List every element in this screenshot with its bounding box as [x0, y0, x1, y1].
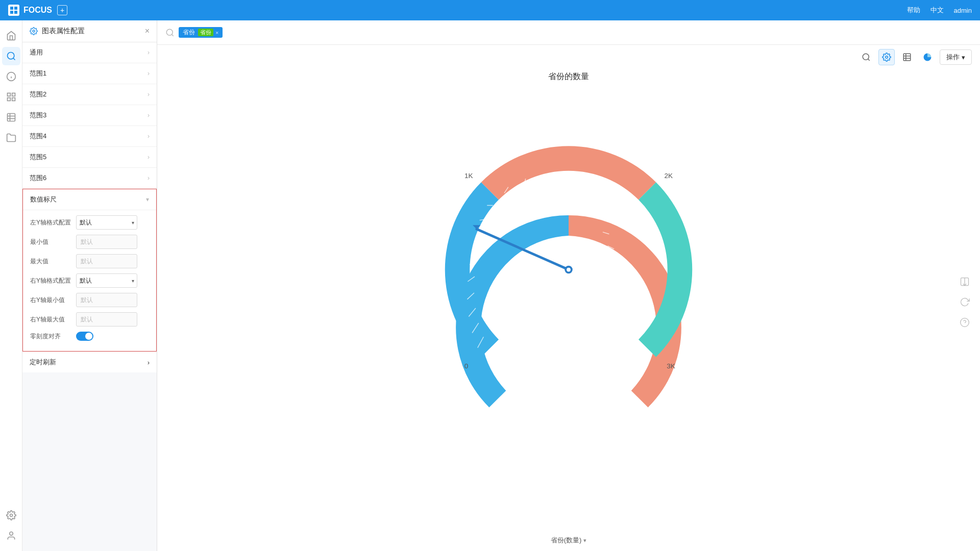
panel-header: 图表属性配置 × [22, 20, 157, 42]
language-switch[interactable]: 中文 [930, 6, 944, 15]
svg-point-30 [961, 318, 969, 327]
right-y-format-select[interactable]: 默认 数值 百分比 [76, 273, 137, 288]
action-button[interactable]: 操作 ▾ [940, 49, 972, 65]
svg-line-39 [474, 246, 480, 249]
chart-view-button[interactable] [919, 49, 936, 65]
left-y-format-select[interactable]: 默认 数值 百分比 [76, 215, 137, 230]
svg-line-54 [612, 293, 619, 299]
gauge-container: 0 1K 2K 3K [157, 72, 980, 532]
search-tag-text: 省份 [183, 28, 195, 37]
toggle-slider [76, 332, 93, 341]
zero-align-toggle[interactable] [76, 332, 93, 341]
right-y-max-input[interactable] [76, 312, 137, 327]
menu-item-range2[interactable]: 范围2 › [22, 84, 157, 105]
max-value-input[interactable] [76, 254, 137, 268]
table-view-button[interactable] [899, 49, 915, 65]
nav-folder[interactable] [2, 129, 20, 147]
chevron-icon: › [148, 49, 150, 56]
panel-settings-icon [30, 27, 38, 35]
svg-line-5 [13, 58, 15, 60]
svg-point-17 [10, 514, 12, 517]
filter-button[interactable] [858, 49, 874, 65]
gauge-label-1k: 1K [464, 172, 473, 180]
refresh-icon[interactable] [958, 295, 972, 309]
svg-line-51 [608, 246, 615, 249]
scheduled-analysis-item[interactable]: 定时刷新 › [22, 352, 157, 372]
nav-chart[interactable] [2, 88, 20, 106]
scheduled-analysis-label: 定时刷新 [30, 358, 56, 367]
svg-line-55 [610, 308, 617, 316]
right-y-format-row: 右Y轴格式配置 默认 数值 百分比 [30, 273, 149, 288]
svg-point-23 [886, 56, 888, 59]
help-link[interactable]: 帮助 [907, 6, 920, 15]
svg-rect-11 [12, 98, 15, 101]
data-scale-section: 数值标尺 ▾ 左Y轴格式配置 默认 数值 百分比 最小值 [22, 189, 157, 352]
min-value-input[interactable] [76, 235, 137, 249]
action-label: 操作 [946, 53, 960, 62]
nav-info[interactable] [2, 67, 20, 86]
data-scale-body: 左Y轴格式配置 默认 数值 百分比 最小值 最大值 [23, 210, 156, 351]
svg-rect-24 [903, 54, 911, 61]
chart-toolbar: 操作 ▾ [157, 45, 980, 69]
help-circle-icon[interactable] [958, 315, 972, 330]
search-tag-value: 省份 [198, 29, 213, 36]
topbar-right: 帮助 中文 admin [907, 6, 972, 15]
svg-line-53 [613, 277, 620, 282]
app-name: FOCUS [23, 6, 52, 15]
gauge-segment-blue [445, 182, 499, 357]
nav-user[interactable] [2, 527, 20, 545]
chevron-icon: › [148, 174, 150, 182]
chart-legend: 省份(数量) ▾ [157, 532, 980, 551]
menu-item-range1[interactable]: 范围1 › [22, 63, 157, 84]
panel-close-button[interactable]: × [145, 27, 150, 36]
svg-point-18 [9, 532, 13, 536]
svg-rect-10 [12, 93, 15, 96]
gauge-label-2k: 2K [664, 172, 673, 180]
svg-rect-3 [14, 11, 17, 14]
chart-area: 操作 ▾ 省份的数量 [157, 45, 980, 551]
action-chevron-icon: ▾ [962, 54, 965, 61]
search-tag-close[interactable]: × [215, 30, 218, 36]
legend-chevron-icon[interactable]: ▾ [583, 537, 586, 544]
logo-icon [8, 5, 19, 16]
menu-item-range5[interactable]: 范围5 › [22, 147, 157, 168]
gauge-label-3k: 3K [667, 362, 675, 370]
topbar: FOCUS + 帮助 中文 admin [0, 0, 980, 20]
zero-align-label: 零刻度对齐 [30, 332, 76, 341]
user-menu[interactable]: admin [954, 7, 972, 14]
settings-button[interactable] [878, 49, 895, 65]
gauge-needle-center-inner [567, 268, 571, 272]
menu-item-range4[interactable]: 范围4 › [22, 126, 157, 147]
svg-point-19 [33, 30, 35, 32]
nav-settings[interactable] [2, 506, 20, 524]
menu-item-range3[interactable]: 范围3 › [22, 105, 157, 126]
main-content: 省份 省份 × 操作 ▾ 省份的数量 [157, 20, 980, 551]
menu-item-general[interactable]: 通用 › [22, 42, 157, 63]
right-y-min-input[interactable] [76, 293, 137, 307]
chevron-icon: › [148, 154, 150, 161]
right-y-max-label: 右Y轴最大值 [30, 315, 76, 324]
property-panel: 图表属性配置 × 通用 › 范围1 › 范围2 › 范围3 › 范围4 › 范围… [22, 20, 157, 551]
svg-line-52 [611, 261, 618, 265]
nav-home[interactable] [2, 27, 20, 45]
nav-search[interactable] [2, 47, 20, 65]
panel-title: 图表属性配置 [42, 27, 85, 36]
menu-item-range6[interactable]: 范围6 › [22, 168, 157, 189]
data-scale-header[interactable]: 数值标尺 ▾ [23, 189, 156, 210]
gauge-segment-salmon [481, 146, 656, 199]
svg-rect-2 [10, 11, 13, 14]
search-icon [165, 28, 175, 37]
left-y-format-select-wrapper: 默认 数值 百分比 [76, 215, 137, 230]
add-tab-button[interactable]: + [57, 5, 67, 15]
gauge-needle [477, 229, 569, 269]
data-scale-title: 数值标尺 [30, 195, 57, 204]
svg-line-38 [470, 261, 477, 265]
download-icon[interactable] [958, 274, 972, 289]
svg-rect-1 [14, 7, 17, 10]
right-y-min-label: 右Y轴最小值 [30, 296, 76, 305]
gauge-segment-teal [639, 182, 692, 357]
collapse-icon: ▾ [146, 196, 149, 203]
app-logo: FOCUS [8, 5, 52, 16]
nav-grid[interactable] [2, 108, 20, 127]
svg-line-47 [579, 187, 583, 193]
